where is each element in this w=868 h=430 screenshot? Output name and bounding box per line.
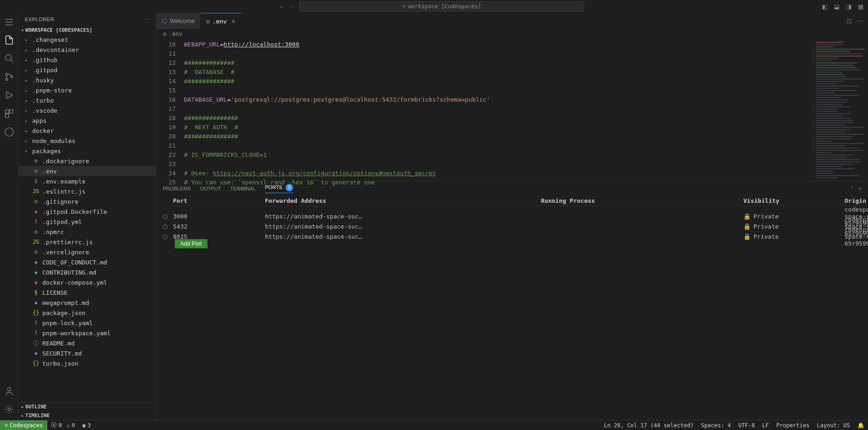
chevron-right-icon: ▸ — [25, 108, 29, 113]
explorer-more-icon[interactable]: ⋯ — [144, 17, 150, 23]
file-label: CONTRIBUTING.md — [42, 269, 96, 276]
layout-sidebar-left-icon[interactable]: ◧ — [821, 2, 828, 11]
file-CODE_OF_CONDUCT.md[interactable]: ◆CODE_OF_CONDUCT.md — [18, 257, 156, 267]
minimap[interactable] — [813, 39, 868, 181]
close-icon[interactable]: × — [231, 17, 235, 25]
notifications-icon[interactable]: 🔔 — [854, 422, 868, 429]
port-forwarded[interactable]: https://animated-space-suc… — [265, 223, 541, 230]
folder-label: .github — [32, 57, 57, 63]
more-icon[interactable]: ⋯ — [857, 17, 863, 24]
github-icon[interactable] — [4, 127, 14, 137]
customize-layout-icon[interactable]: ▦ — [857, 2, 864, 11]
file-.env.example[interactable]: $.env.example — [18, 176, 156, 186]
port-row-3000[interactable]: 3000https://animated-space-suc…🔒Privatec… — [156, 206, 868, 216]
run-debug-icon[interactable] — [4, 90, 14, 100]
file-.gitpod.yml[interactable]: !.gitpod.yml — [18, 217, 156, 227]
file-.env[interactable]: ⚙.env — [18, 166, 156, 176]
maximize-panel-icon[interactable]: ˄ — [851, 186, 853, 192]
close-panel-icon[interactable]: × — [859, 186, 862, 192]
timeline-section[interactable]: ▸ TIMELINE — [18, 411, 156, 420]
command-center[interactable]: ⌕ workspace [Codespaces] — [299, 1, 584, 11]
code-content[interactable]: WEBAPP_URL=http://localhost:3000 #######… — [184, 39, 813, 181]
eol-item[interactable]: LF — [759, 422, 772, 429]
folder-.changeset[interactable]: ▸.changeset — [18, 34, 156, 45]
settings-gear-icon[interactable] — [4, 404, 14, 414]
port-forwarded[interactable]: https://animated-space-suc… — [265, 233, 541, 240]
bang-icon: ! — [32, 218, 40, 225]
ports-item[interactable]: ◉ 3 — [79, 420, 94, 430]
file-label: LICENSE — [42, 289, 68, 296]
folder-.husky[interactable]: ▸.husky — [18, 75, 156, 85]
remote-indicator[interactable]: ⌗ Codespaces — [0, 420, 47, 430]
file-tree[interactable]: ▸.changeset▸.devcontainer▸.github▸.gitpo… — [18, 34, 156, 402]
file-pnpm-lock.yaml[interactable]: !pnpm-lock.yaml — [18, 318, 156, 328]
errors-item[interactable]: ⓧ 0 ⚠ 0 — [47, 420, 79, 430]
file-SECURITY.md[interactable]: ◆SECURITY.md — [18, 348, 156, 358]
cursor-position[interactable]: Ln 26, Col 17 (44 selected) — [600, 422, 697, 429]
file-label: package.json — [42, 310, 86, 316]
search-icon[interactable] — [4, 53, 14, 63]
file-package.json[interactable]: {}package.json — [18, 308, 156, 318]
file-megaprompt.md[interactable]: ◆megaprompt.md — [18, 298, 156, 308]
folder-.github[interactable]: ▸.github — [18, 55, 156, 65]
file-.gitignore[interactable]: ⚙.gitignore — [18, 196, 156, 206]
folder-.gitpod[interactable]: ▸.gitpod — [18, 65, 156, 75]
gear-icon: ⚙ — [32, 249, 40, 255]
folder-.turbo[interactable]: ▸.turbo — [18, 95, 156, 105]
folder-packages[interactable]: ▸packages — [18, 146, 156, 156]
layout-panel-icon[interactable]: ⬓ — [833, 2, 840, 11]
editor-body[interactable]: 10111213141516171819202122232425 WEBAPP_… — [156, 39, 868, 181]
file-docker-compose.yml[interactable]: ◈docker-compose.yml — [18, 277, 156, 287]
folder-apps[interactable]: ▸apps — [18, 115, 156, 126]
file-pnpm-workspace.yaml[interactable]: !pnpm-workspace.yaml — [18, 328, 156, 338]
file-turbo.json[interactable]: {}turbo.json — [18, 358, 156, 368]
add-port-button[interactable]: Add Port — [175, 239, 207, 248]
outline-section[interactable]: ▸ OUTLINE — [18, 402, 156, 411]
file-.vercelignore[interactable]: ⚙.vercelignore — [18, 247, 156, 257]
svg-point-9 — [8, 408, 11, 411]
folder-docker[interactable]: ▸docker — [18, 126, 156, 136]
split-editor-icon[interactable]: ◫ — [846, 17, 852, 24]
folder-label: .gitpod — [32, 67, 57, 74]
tab-welcome[interactable]: ⬡ Welcome — [156, 13, 201, 29]
breadcrumb[interactable]: ⚙ .env — [156, 29, 868, 39]
nav-back-icon[interactable]: ← — [279, 3, 285, 10]
source-control-icon[interactable] — [4, 72, 14, 82]
port-number: 3000 — [173, 213, 265, 220]
file-LICENSE[interactable]: §LICENSE — [18, 287, 156, 298]
nav-forward-icon[interactable]: → — [289, 3, 295, 10]
folder-.vscode[interactable]: ▸.vscode — [18, 105, 156, 115]
accounts-icon[interactable] — [4, 386, 14, 396]
language-item[interactable]: Properties — [773, 422, 813, 429]
chevron-right-icon: ▸ — [25, 98, 29, 103]
menu-icon[interactable] — [5, 17, 14, 27]
folder-.pnpm-store[interactable]: ▸.pnpm-store — [18, 85, 156, 95]
file-README.md[interactable]: ⓘREADME.md — [18, 338, 156, 348]
port-state-icon — [163, 224, 167, 229]
json-icon: {} — [32, 310, 40, 316]
folder-node_modules[interactable]: ▸node_modules — [18, 136, 156, 146]
file-label: .gitpod.yml — [42, 218, 82, 225]
indent-item[interactable]: Spaces: 4 — [697, 422, 735, 429]
extensions-icon[interactable] — [4, 109, 14, 119]
file-.npmrc[interactable]: ⚙.npmrc — [18, 227, 156, 237]
encoding-item[interactable]: UTF-8 — [735, 422, 759, 429]
layout-sidebar-right-icon[interactable]: ◨ — [845, 2, 852, 11]
explorer-icon[interactable] — [4, 35, 14, 45]
file-.eslintrc.js[interactable]: JS.eslintrc.js — [18, 186, 156, 196]
file-.gitpod.Dockerfile[interactable]: ◈.gitpod.Dockerfile — [18, 206, 156, 217]
tab-env[interactable]: ⚙ .env × — [201, 13, 241, 29]
file-.dockerignore[interactable]: ⚙.dockerignore — [18, 156, 156, 166]
svg-point-8 — [7, 388, 11, 391]
vscode-icon: ⬡ — [162, 17, 167, 24]
layout-item[interactable]: Layout: US — [813, 422, 854, 429]
file-CONTRIBUTING.md[interactable]: ◆CONTRIBUTING.md — [18, 267, 156, 277]
file-label: .env.example — [42, 178, 86, 185]
file-.prettierrc.js[interactable]: JS.prettierrc.js — [18, 237, 156, 247]
folder-.devcontainer[interactable]: ▸.devcontainer — [18, 45, 156, 55]
bottom-panel: PROBLEMS OUTPUT TERMINAL PORTS 3 ˄ × Por… — [156, 181, 868, 420]
port-forwarded[interactable]: https://animated-space-suc… — [265, 213, 541, 220]
chevron-right-icon: ▸ — [25, 138, 29, 143]
error-icon: ⓧ — [51, 421, 57, 429]
workspace-section[interactable]: ▾ WORKSPACE [CODESPACES] — [18, 26, 156, 34]
